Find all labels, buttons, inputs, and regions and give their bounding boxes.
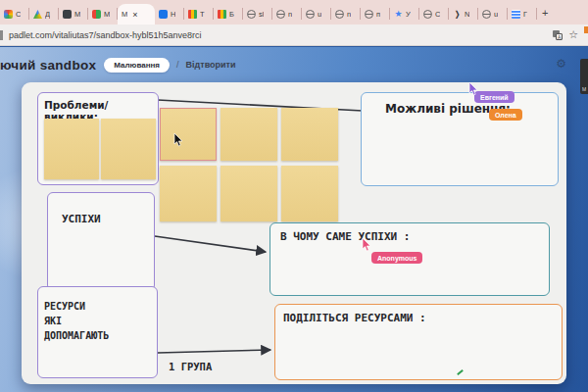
tab-close-icon[interactable]: × bbox=[132, 10, 137, 20]
group-label: 1 ГРУПА bbox=[169, 361, 212, 372]
globe-icon bbox=[482, 10, 491, 19]
globe-icon bbox=[335, 10, 344, 19]
globe-icon bbox=[276, 10, 285, 19]
collaborator-tag-evgeniy: Евгений bbox=[474, 91, 514, 103]
padlet-page: ючий sandbox Малювання / Відтворити ⚙ M … bbox=[0, 47, 588, 392]
toolbar-separator: / bbox=[176, 60, 179, 70]
browser-tab[interactable]: М× bbox=[118, 4, 155, 24]
tab-label: У bbox=[406, 10, 411, 19]
tab-label: Д bbox=[45, 10, 50, 19]
photos-icon bbox=[4, 10, 13, 19]
play-button[interactable]: Відтворити bbox=[186, 60, 236, 70]
padlet-toolbar: ючий sandbox Малювання / Відтворити ⚙ bbox=[0, 53, 588, 76]
board-title: ючий sandbox bbox=[0, 58, 96, 73]
sticky-note-selected[interactable] bbox=[160, 108, 217, 161]
sticky-note[interactable] bbox=[281, 108, 338, 161]
problems-box[interactable]: Проблеми/виклики: bbox=[37, 92, 159, 185]
globe-icon bbox=[247, 10, 256, 19]
tab-label: п bbox=[376, 10, 380, 19]
browser-tab[interactable]: u bbox=[302, 4, 331, 24]
tab-label: Б bbox=[229, 10, 234, 19]
tab-label: n bbox=[347, 10, 351, 19]
browser-tab[interactable]: sl bbox=[243, 4, 272, 24]
translate-icon[interactable]: A bbox=[553, 30, 563, 40]
tab-label: Т bbox=[200, 10, 205, 19]
share-resources-box-title: ПОДІЛІТЬСЯ РЕСУРСАМИ : bbox=[275, 305, 562, 324]
tab-label: М bbox=[122, 10, 127, 19]
chevron-icon: ❭ bbox=[453, 10, 462, 19]
tab-label: М bbox=[104, 10, 110, 19]
collaborator-tag-anonymous: Anonymous bbox=[371, 252, 422, 264]
extension-badge-partial bbox=[584, 26, 588, 33]
resources-box-title: РЕСУРСИ ЯКІ ДОПОМАГАЮТЬ bbox=[38, 287, 157, 343]
side-overlay-partial: M bbox=[580, 59, 588, 94]
browser-tab[interactable]: Г bbox=[508, 4, 537, 24]
drawing-mode-button[interactable]: Малювання bbox=[104, 58, 170, 73]
globe-icon bbox=[423, 10, 432, 19]
browser-tab[interactable]: Т bbox=[184, 4, 214, 24]
mouse-cursor bbox=[173, 133, 184, 147]
site-info-icon[interactable] bbox=[0, 30, 3, 40]
sticky-note[interactable] bbox=[101, 119, 156, 179]
docs-icon bbox=[512, 10, 520, 19]
browser-url-bar[interactable]: padlet.com/vitaliutas7/sandbox-hybl51h5a… bbox=[0, 24, 588, 46]
browser-tab[interactable]: ❭N bbox=[449, 4, 478, 24]
tab-label: u bbox=[494, 10, 498, 19]
camera-icon bbox=[63, 10, 72, 19]
settings-gear-icon[interactable]: ⚙ bbox=[556, 57, 566, 71]
tab-label: sl bbox=[259, 10, 264, 19]
tab-label: С bbox=[435, 10, 440, 19]
browser-tab[interactable]: М bbox=[88, 4, 118, 24]
browser-tab[interactable]: n bbox=[331, 4, 361, 24]
url-text[interactable]: padlet.com/vitaliutas7/sandbox-hybl51h5a… bbox=[9, 30, 202, 40]
globe-icon bbox=[365, 10, 373, 19]
globe-icon bbox=[306, 10, 315, 19]
drive-icon bbox=[33, 10, 42, 19]
browser-tab[interactable]: ★У bbox=[390, 4, 419, 24]
browser-tab[interactable]: n bbox=[272, 4, 302, 24]
tab-label: n bbox=[288, 10, 292, 19]
share-resources-box[interactable]: ПОДІЛІТЬСЯ РЕСУРСАМИ : bbox=[274, 304, 563, 380]
browser-tab[interactable]: С bbox=[419, 4, 449, 24]
why-successes-box-title: В ЧОМУ САМЕ УСПІХИ : bbox=[270, 223, 549, 243]
plant-icon bbox=[92, 10, 101, 19]
sticky-note[interactable] bbox=[220, 166, 277, 221]
sandbox-whiteboard[interactable]: Проблеми/виклики: Можливі рішення: Евген… bbox=[22, 82, 566, 384]
blue-square-icon bbox=[159, 10, 168, 19]
collaborator-cursor-evgeniy bbox=[468, 82, 479, 96]
tab-label: Н bbox=[171, 10, 175, 19]
browser-tab[interactable]: Б bbox=[214, 4, 243, 24]
browser-tab[interactable]: М bbox=[59, 4, 88, 24]
chart-icon bbox=[188, 10, 197, 19]
chart-icon bbox=[218, 10, 226, 19]
successes-box-title: УСПІХИ bbox=[48, 193, 154, 225]
solutions-box-title: Можливі рішення: bbox=[362, 93, 558, 116]
sticky-note[interactable] bbox=[281, 166, 338, 221]
collaborator-tag-olena: Олена bbox=[489, 109, 522, 121]
browser-tab[interactable]: Д bbox=[29, 4, 59, 24]
browser-tab[interactable]: С bbox=[0, 4, 29, 24]
collaborator-cursor-anonymous bbox=[362, 238, 372, 252]
connector-resources-to-share bbox=[158, 350, 270, 353]
solutions-box[interactable]: Можливі рішення: bbox=[361, 92, 559, 186]
tab-label: u bbox=[318, 10, 321, 19]
successes-box[interactable]: УСПІХИ bbox=[47, 192, 155, 291]
browser-tab-bar: СДМММ×НТБslnunп★УС❭NuГ + bbox=[0, 0, 588, 24]
sticky-note[interactable] bbox=[160, 166, 217, 221]
sticky-note[interactable] bbox=[220, 108, 277, 161]
sparkle-icon: ★ bbox=[394, 10, 403, 19]
resources-box[interactable]: РЕСУРСИ ЯКІ ДОПОМАГАЮТЬ bbox=[37, 286, 158, 378]
browser-tab[interactable]: u bbox=[478, 4, 508, 24]
connector-successes-to-why bbox=[155, 236, 266, 252]
browser-tab[interactable]: п bbox=[361, 4, 390, 24]
tab-label: С bbox=[16, 10, 21, 19]
new-tab-button[interactable]: + bbox=[537, 7, 553, 19]
tab-label: Г bbox=[523, 10, 527, 19]
tab-label: М bbox=[74, 10, 80, 19]
tab-label: N bbox=[465, 10, 469, 19]
sticky-note[interactable] bbox=[44, 119, 99, 179]
browser-tab[interactable]: Н bbox=[155, 4, 184, 24]
bookmark-star-icon[interactable]: ☆ bbox=[568, 29, 578, 40]
